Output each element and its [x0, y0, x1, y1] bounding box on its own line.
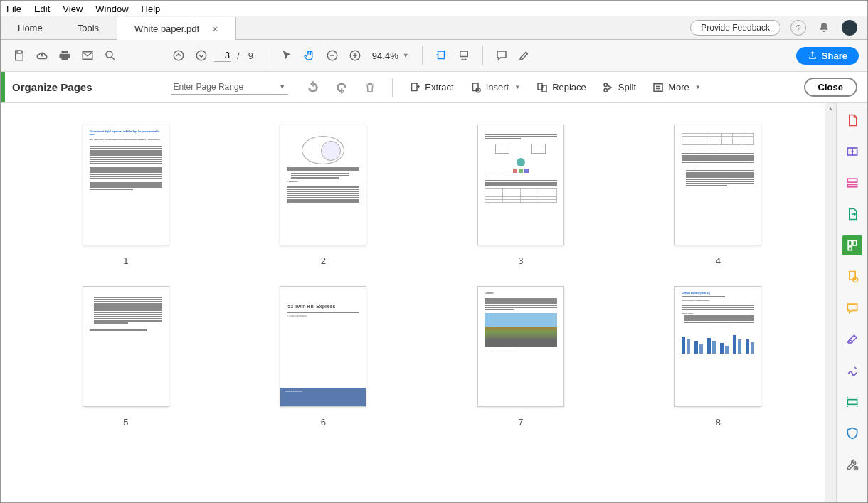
search-icon[interactable] — [100, 46, 120, 65]
select-tool-icon[interactable] — [277, 46, 297, 65]
page-thumbnail-1[interactable]: Electronic and digital signatures in Ado… — [66, 125, 186, 266]
svg-point-15 — [604, 88, 608, 92]
provide-feedback-button[interactable]: Provide Feedback — [690, 20, 780, 36]
share-button[interactable]: Share — [796, 47, 859, 65]
chevron-down-icon: ▼ — [279, 83, 285, 90]
page-separator: / — [237, 51, 240, 61]
svg-point-4 — [196, 51, 206, 60]
organize-action-bar: Organize Pages Enter Page Range ▼ Extrac… — [1, 72, 867, 103]
page-thumbnail-6[interactable]: 53 Twin Hill Express CAMPUS EXPRESS Univ… — [264, 286, 383, 428]
more-button[interactable]: More▼ — [647, 79, 705, 96]
menu-help[interactable]: Help — [142, 4, 161, 14]
combine-files-icon[interactable] — [842, 142, 862, 162]
tab-home[interactable]: Home — [1, 16, 60, 39]
thumbnail-label: 7 — [518, 417, 523, 428]
page-thumbnail-5[interactable]: 5 — [66, 286, 186, 428]
organize-title: Organize Pages — [12, 81, 92, 93]
page-thumbnail-4[interactable]: Why is the digital signature different? … — [659, 125, 778, 266]
organize-pages-icon[interactable] — [842, 235, 862, 255]
thumbnail-label: 6 — [321, 417, 326, 428]
edit-pdf-icon[interactable] — [842, 173, 862, 193]
page-thumbnail-2[interactable]: Electronic Signatures E-signatures 2 — [264, 125, 383, 266]
highlight-icon[interactable] — [514, 46, 534, 65]
close-panel-button[interactable]: Close — [804, 78, 857, 97]
fill-sign-icon[interactable] — [842, 329, 862, 349]
svg-point-2 — [106, 51, 112, 58]
fit-page-icon[interactable] — [454, 46, 474, 65]
protect-icon[interactable] — [842, 423, 862, 443]
zoom-in-icon[interactable] — [345, 46, 365, 65]
user-avatar[interactable] — [842, 20, 857, 36]
share-label: Share — [822, 51, 847, 61]
menu-bar: File Edit View Window Help — [1, 1, 867, 16]
page-number-input[interactable] — [214, 49, 231, 62]
tab-document[interactable]: White paper.pdf × — [117, 17, 236, 40]
page-thumbnail-8[interactable]: Campus Express (Route 53) How to ride th… — [659, 286, 778, 428]
svg-rect-22 — [852, 240, 856, 245]
workspace: Electronic and digital signatures in Ado… — [1, 103, 867, 502]
scroll-up-icon[interactable]: ▴ — [827, 105, 835, 113]
email-icon[interactable] — [78, 46, 97, 65]
tab-document-label: White paper.pdf — [134, 23, 199, 34]
menu-file[interactable]: File — [6, 4, 21, 14]
delete-button[interactable] — [359, 79, 381, 96]
menu-edit[interactable]: Edit — [34, 4, 50, 14]
save-icon[interactable] — [9, 46, 29, 65]
hand-tool-icon[interactable] — [300, 46, 319, 65]
page-thumbnail-3[interactable]: Signature types in Adobe Sign 3 — [461, 125, 581, 266]
print-icon[interactable] — [55, 46, 75, 65]
right-tool-rail — [836, 103, 867, 502]
thumbnail-label: 8 — [716, 417, 721, 428]
share-icon — [808, 51, 817, 60]
thumbnail-label: 4 — [716, 255, 721, 266]
p6-subtitle: CAMPUS EXPRESS — [287, 316, 359, 319]
help-icon[interactable]: ? — [790, 20, 806, 36]
page-range-placeholder: Enter Page Range — [174, 82, 244, 92]
svg-rect-16 — [654, 83, 662, 91]
zoom-out-icon[interactable] — [322, 46, 342, 65]
tab-close-icon[interactable]: × — [212, 23, 218, 35]
send-for-comments-icon[interactable] — [842, 267, 862, 287]
vertical-scrollbar[interactable]: ▴ — [825, 103, 836, 502]
svg-point-3 — [174, 51, 184, 60]
cloud-upload-icon[interactable] — [32, 46, 52, 65]
thumbnail-label: 1 — [123, 255, 128, 266]
notifications-icon[interactable] — [816, 20, 832, 36]
page-range-select[interactable]: Enter Page Range ▼ — [171, 80, 289, 95]
tab-tools[interactable]: Tools — [60, 16, 117, 39]
page-total: 9 — [248, 51, 253, 61]
svg-rect-10 — [472, 83, 478, 91]
menu-view[interactable]: View — [63, 4, 83, 14]
comment-icon[interactable] — [492, 46, 512, 65]
create-pdf-icon[interactable] — [842, 110, 862, 130]
export-pdf-icon[interactable] — [842, 204, 862, 224]
page-up-icon[interactable] — [169, 46, 189, 65]
adobe-sign-icon[interactable] — [842, 361, 862, 381]
extract-button[interactable]: Extract — [404, 79, 457, 96]
split-button[interactable]: Split — [598, 79, 640, 96]
page-down-icon[interactable] — [191, 46, 211, 65]
menu-window[interactable]: Window — [95, 4, 128, 14]
more-tools-icon[interactable] — [842, 455, 862, 475]
svg-rect-9 — [412, 83, 418, 91]
tab-bar: Home Tools White paper.pdf × Provide Fee… — [1, 16, 867, 40]
fit-width-icon[interactable] — [431, 46, 451, 65]
rotate-ccw-button[interactable] — [302, 79, 324, 96]
svg-rect-21 — [848, 240, 852, 245]
svg-rect-19 — [847, 179, 857, 182]
svg-rect-25 — [847, 400, 857, 405]
svg-rect-20 — [847, 185, 857, 187]
redact-icon[interactable] — [842, 392, 862, 412]
chevron-down-icon: ▼ — [403, 52, 409, 59]
svg-rect-23 — [848, 247, 852, 250]
accent-stripe — [1, 72, 5, 102]
comment-tool-icon[interactable] — [842, 298, 862, 318]
replace-button[interactable]: Replace — [531, 79, 591, 96]
zoom-dropdown[interactable]: 94.4% ▼ — [372, 51, 409, 61]
thumbnail-area: Electronic and digital signatures in Ado… — [1, 103, 836, 502]
page-thumbnail-7[interactable]: Contents Figure 1 northwest drone shot o… — [461, 286, 581, 428]
zoom-value: 94.4% — [372, 51, 398, 61]
insert-button[interactable]: Insert▼ — [465, 79, 524, 96]
thumbnail-label: 2 — [321, 255, 326, 266]
rotate-cw-button[interactable] — [331, 79, 352, 96]
